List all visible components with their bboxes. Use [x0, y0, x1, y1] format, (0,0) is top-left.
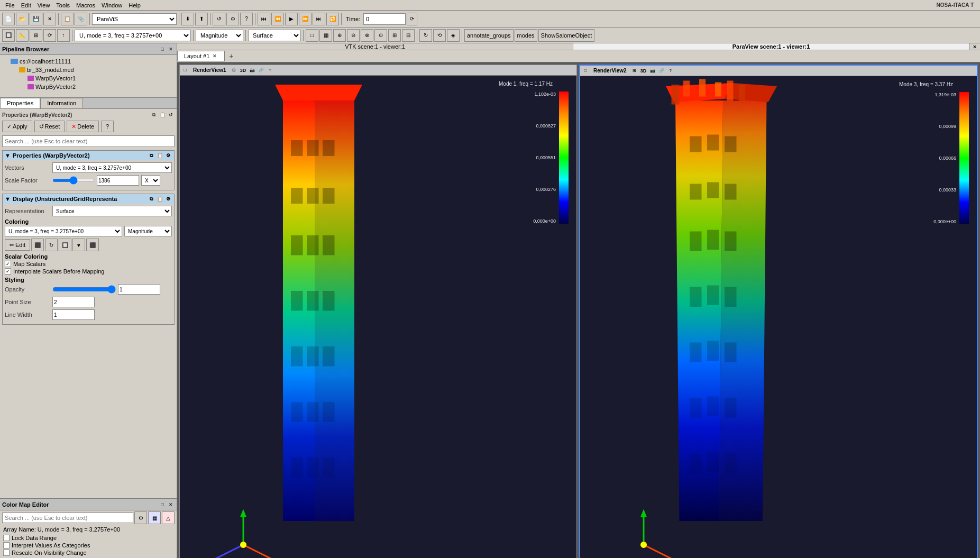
help-toolbar-button[interactable]: ?: [240, 13, 253, 25]
menu-file[interactable]: File: [2, 1, 18, 10]
warp-paste-icon[interactable]: 📋: [156, 152, 163, 159]
magnitude-dropdown[interactable]: Magnitude: [196, 30, 243, 41]
tab-properties[interactable]: Properties: [0, 98, 40, 108]
tree-item-warp2[interactable]: WarpByVector2: [19, 83, 175, 91]
colormap-btn5[interactable]: ⬛: [86, 239, 99, 251]
menu-edit[interactable]: Edit: [18, 1, 34, 10]
tb2-btn3[interactable]: ⊞: [30, 29, 42, 42]
time-apply-button[interactable]: ⟳: [407, 13, 417, 25]
options-button[interactable]: ⚙: [226, 13, 239, 25]
display-group-header[interactable]: ▼ Display (UnstructuredGridRepresenta ⧉ …: [3, 194, 174, 204]
loop-button[interactable]: 🔁: [326, 13, 339, 25]
rv2-select-btn[interactable]: □: [581, 67, 590, 75]
close-button[interactable]: ✕: [43, 13, 56, 25]
menu-window[interactable]: Window: [98, 1, 125, 10]
tb2-btn5[interactable]: ↑: [57, 29, 70, 42]
help-prop-button[interactable]: ?: [101, 121, 114, 132]
rv1-maximize-btn[interactable]: ⊞: [230, 66, 239, 75]
vectors-dropdown[interactable]: U, mode = 3, freq = 3.2757e+00: [52, 162, 172, 173]
paste-button[interactable]: 📎: [75, 13, 87, 25]
tb2-vtkbtn[interactable]: □: [306, 29, 318, 42]
tb2-btn9[interactable]: ⊗: [361, 29, 373, 42]
rv1-link-btn[interactable]: 🔗: [257, 66, 265, 75]
tb2-btn1[interactable]: 🔲: [2, 29, 15, 42]
refresh-button[interactable]: ↺: [213, 13, 225, 25]
colormap-opacity-icon[interactable]: △: [162, 511, 175, 524]
properties-search[interactable]: [2, 135, 175, 147]
paraview-scene-tab[interactable]: ParaView scene:1 - viewer:1: [573, 43, 969, 50]
tree-item-mesh[interactable]: br_33_modal.med: [11, 66, 175, 74]
pipeline-maximize-icon[interactable]: □: [159, 45, 166, 53]
warp-settings-icon[interactable]: ⚙: [164, 152, 172, 159]
menu-view[interactable]: View: [34, 1, 53, 10]
tree-item-warp1[interactable]: WarpByVector1: [19, 74, 175, 83]
rv1-camera-btn[interactable]: 📷: [248, 66, 257, 75]
rv2-help-btn[interactable]: ?: [666, 67, 675, 75]
map-scalars-checkbox[interactable]: ✓: [5, 261, 11, 267]
tb2-btn12[interactable]: ⊟: [402, 29, 415, 42]
rv2-3d-btn[interactable]: 3D: [639, 67, 648, 75]
paravis-dropdown[interactable]: ParaViS: [92, 13, 177, 25]
reset-button[interactable]: ↺ Reset: [34, 121, 65, 132]
prev-frame-button[interactable]: ⏪: [271, 13, 284, 25]
apply-button[interactable]: ✓ Apply: [2, 121, 32, 132]
colormap-maximize-icon[interactable]: □: [159, 501, 166, 508]
tb2-btn14[interactable]: ⟲: [433, 29, 446, 42]
lock-data-checkbox[interactable]: [3, 535, 10, 541]
tb2-btn8[interactable]: ⊖: [347, 29, 360, 42]
colormap-close-icon[interactable]: ✕: [167, 501, 175, 508]
menu-tools[interactable]: Tools: [53, 1, 73, 10]
coloring-array-dropdown[interactable]: U, mode = 3, freq = 3.2757e+00: [5, 226, 122, 236]
next-frame-button[interactable]: ⏩: [299, 13, 312, 25]
tree-item-server[interactable]: cs://localhost:11111: [2, 57, 175, 66]
import-button[interactable]: ⬇: [181, 13, 194, 25]
edit-colormap-button[interactable]: ✏ Edit: [5, 239, 30, 251]
scene-tabs-end[interactable]: ✕: [969, 43, 980, 50]
line-width-input[interactable]: 1: [52, 309, 95, 320]
tb2-btn15[interactable]: ◈: [447, 29, 460, 42]
colormap-btn2[interactable]: ↻: [45, 239, 58, 251]
rv2-link-btn[interactable]: 🔗: [657, 67, 666, 75]
open-button[interactable]: 📂: [16, 13, 29, 25]
tb2-btn2[interactable]: 📐: [16, 29, 29, 42]
vector-field-dropdown[interactable]: U, mode = 3, freq = 3.2757e+00: [75, 30, 191, 41]
opacity-input[interactable]: 1: [118, 284, 160, 295]
tb2-btn10[interactable]: ⊙: [374, 29, 387, 42]
display-copy-icon[interactable]: ⧉: [148, 195, 155, 203]
warp1-eye-icon[interactable]: [19, 75, 26, 82]
play-button[interactable]: ▶: [285, 13, 298, 25]
tb2-btn11[interactable]: ⊞: [388, 29, 401, 42]
layout-tab-1[interactable]: Layout #1 ✕: [177, 51, 225, 61]
vtk-scene-tab[interactable]: VTK scene:1 - viewer:1: [177, 43, 573, 50]
rv2-maximize-btn[interactable]: ⊞: [630, 67, 639, 75]
rv1-help-btn[interactable]: ?: [266, 66, 274, 75]
first-frame-button[interactable]: ⏮: [258, 13, 270, 25]
layout-tab-close[interactable]: ✕: [212, 53, 218, 59]
tab-information[interactable]: Information: [40, 98, 83, 108]
colormap-btn1[interactable]: ⬛: [31, 239, 44, 251]
rv1-canvas[interactable]: 1,102e-03 0,000827 0,000551 0,000276 0,0…: [180, 76, 576, 558]
add-layout-tab[interactable]: +: [225, 50, 237, 62]
scale-input[interactable]: 1386: [97, 175, 139, 186]
tb2-btn13[interactable]: ↻: [419, 29, 432, 42]
last-frame-button[interactable]: ⏭: [313, 13, 325, 25]
representation-dropdown[interactable]: Surface: [52, 206, 172, 216]
menu-help[interactable]: Help: [125, 1, 144, 10]
interpret-checkbox[interactable]: [3, 542, 10, 548]
surface-dropdown[interactable]: Surface: [248, 30, 301, 41]
show-salome-button[interactable]: ShowSalomeObject: [538, 29, 595, 42]
annotate-groups-button[interactable]: annotate_groups: [464, 29, 514, 42]
delete-button[interactable]: ✕ Delete: [67, 121, 99, 132]
display-paste-icon[interactable]: 📋: [156, 195, 163, 203]
export-button[interactable]: ⬆: [195, 13, 208, 25]
pipeline-close-icon[interactable]: ✕: [167, 45, 175, 53]
colormap-settings-icon[interactable]: ⚙: [134, 511, 147, 524]
new-button[interactable]: 📄: [2, 13, 15, 25]
warp-copy-icon[interactable]: ⧉: [148, 152, 155, 159]
rescale-checkbox[interactable]: [3, 550, 10, 556]
colormap-btn3[interactable]: 🔲: [59, 239, 71, 251]
prop-copy-icon[interactable]: ⧉: [150, 111, 158, 118]
rv1-3d-btn[interactable]: 3D: [239, 66, 248, 75]
coloring-component-dropdown[interactable]: Magnitude: [124, 226, 172, 236]
tb2-btn6[interactable]: ▦: [319, 29, 332, 42]
